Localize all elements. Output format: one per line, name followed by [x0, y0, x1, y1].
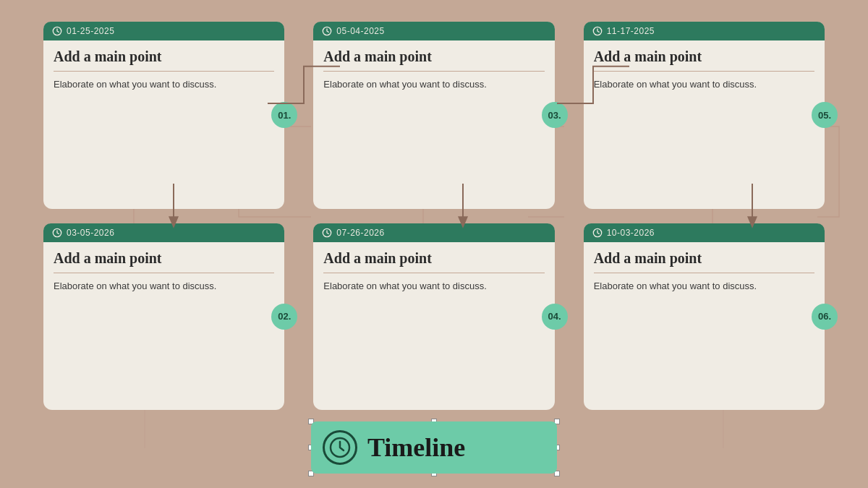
timeline-card-4[interactable]: 07-26-2026 Add a main point Elaborate on…: [313, 223, 554, 411]
card-6-description: Elaborate on what you want to discuss.: [594, 279, 814, 294]
timeline-card-5[interactable]: 11-17-2025 Add a main point Elaborate on…: [584, 22, 825, 209]
card-6-title: Add a main point: [594, 249, 814, 267]
card-2-body: Add a main point Elaborate on what you w…: [43, 242, 284, 411]
card-4-title: Add a main point: [323, 249, 544, 267]
card-1-number: 01.: [271, 102, 297, 128]
title-clock-icon: [323, 430, 357, 465]
card-1-description: Elaborate on what you want to discuss.: [54, 77, 274, 92]
clock-icon-2: [52, 228, 62, 238]
card-5-title: Add a main point: [594, 48, 814, 65]
title-wrapper[interactable]: Timeline: [311, 421, 557, 474]
card-2-title: Add a main point: [54, 249, 274, 267]
timeline-grid: 01-25-2025 Add a main point Elaborate on…: [43, 22, 825, 410]
card-6-body: Add a main point Elaborate on what you w…: [584, 242, 825, 411]
card-5-date: 11-17-2025: [607, 26, 655, 36]
card-2-number: 02.: [271, 304, 297, 330]
card-5-divider: [594, 71, 814, 72]
card-3-date: 05-04-2025: [336, 26, 384, 36]
card-6-header: 10-03-2026: [584, 223, 825, 242]
card-1-date: 01-25-2025: [67, 26, 114, 36]
card-6-number: 06.: [812, 304, 838, 330]
card-3-title: Add a main point: [323, 48, 544, 65]
card-5-number: 05.: [812, 102, 838, 128]
clock-icon-5: [592, 26, 603, 36]
card-3-number: 03.: [542, 102, 568, 128]
timeline-card-2[interactable]: 03-05-2026 Add a main point Elaborate on…: [43, 223, 284, 411]
timeline-card-1[interactable]: 01-25-2025 Add a main point Elaborate on…: [43, 22, 284, 209]
card-5-header: 11-17-2025: [584, 22, 825, 40]
page-title: Timeline: [367, 432, 465, 463]
title-box: Timeline: [311, 421, 557, 474]
timeline-card-3[interactable]: 05-04-2025 Add a main point Elaborate on…: [313, 22, 554, 209]
card-5-body: Add a main point Elaborate on what you w…: [584, 40, 825, 209]
card-4-divider: [323, 273, 544, 273]
card-5-description: Elaborate on what you want to discuss.: [594, 77, 814, 92]
card-1-title: Add a main point: [54, 48, 274, 65]
timeline-title-section: Timeline: [311, 421, 557, 474]
clock-icon-1: [52, 26, 62, 36]
card-1-header: 01-25-2025: [43, 22, 284, 40]
card-2-divider: [54, 273, 274, 273]
card-4-number: 04.: [542, 304, 568, 330]
card-6-date: 10-03-2026: [607, 228, 655, 238]
card-3-description: Elaborate on what you want to discuss.: [323, 77, 544, 92]
card-3-header: 05-04-2025: [313, 22, 554, 40]
card-2-header: 03-05-2026: [43, 223, 284, 242]
card-1-body: Add a main point Elaborate on what you w…: [43, 40, 284, 209]
card-6-divider: [594, 273, 814, 273]
card-4-date: 07-26-2026: [336, 228, 384, 238]
card-4-description: Elaborate on what you want to discuss.: [323, 279, 544, 294]
card-3-divider: [323, 71, 544, 72]
card-1-divider: [54, 71, 274, 72]
clock-icon-6: [592, 228, 603, 238]
card-4-body: Add a main point Elaborate on what you w…: [313, 242, 554, 411]
card-2-description: Elaborate on what you want to discuss.: [54, 279, 274, 294]
timeline-card-6[interactable]: 10-03-2026 Add a main point Elaborate on…: [584, 223, 825, 411]
clock-icon-3: [322, 26, 332, 36]
main-content: 01-25-2025 Add a main point Elaborate on…: [0, 0, 868, 488]
card-3-body: Add a main point Elaborate on what you w…: [313, 40, 554, 209]
clock-icon-4: [322, 228, 332, 238]
card-4-header: 07-26-2026: [313, 223, 554, 242]
card-2-date: 03-05-2026: [67, 228, 114, 238]
